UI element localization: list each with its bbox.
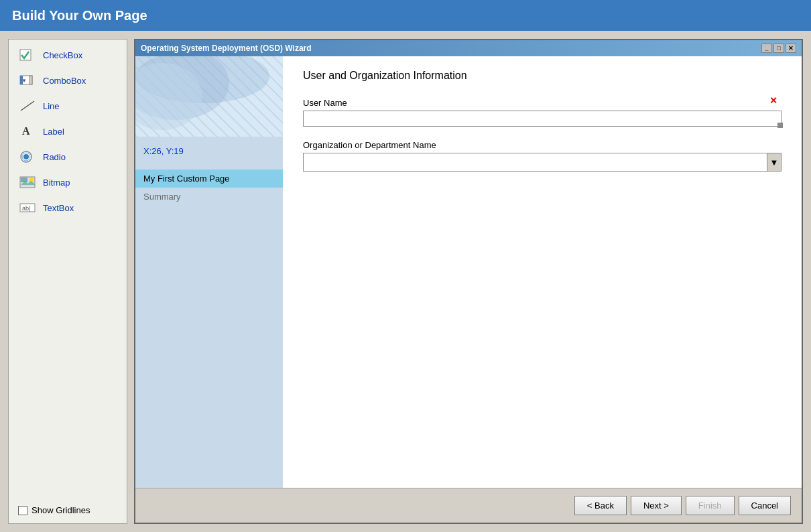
checkbox-icon [19,48,38,62]
tool-bitmap[interactable]: Bitmap [13,171,123,194]
user-name-group: User Name ✕ [303,98,782,127]
wizard-body: X:26, Y:19 My First Custom Page Summary … [135,56,802,488]
wizard-banner: X:26, Y:19 My First Custom Page Summary [135,56,283,488]
wizard-content: User and Organization Information User N… [283,56,802,488]
wizard-footer: < Back Next > Finish Cancel [135,488,802,523]
wizard-nav: My First Custom Page Summary [135,170,283,206]
tool-bitmap-label: Bitmap [43,178,70,188]
user-name-label: User Name [303,98,782,108]
wizard-titlebar: Operating System Deployment (OSD) Wizard… [135,40,802,56]
svg-point-13 [29,178,34,182]
tool-checkbox[interactable]: CheckBox [13,44,123,66]
org-name-select-wrapper: ▼ [303,153,782,172]
show-gridlines-checkbox[interactable] [18,506,27,515]
svg-rect-4 [20,76,23,84]
svg-point-8 [23,154,29,159]
radio-icon [19,149,38,164]
nav-item-custom-page[interactable]: My First Custom Page [135,170,283,188]
toolbox-panel: CheckBox ▼ ComboBox Line [8,39,127,524]
close-button[interactable]: ✕ [786,44,796,53]
minimize-button[interactable]: _ [761,44,772,53]
main-area: CheckBox ▼ ComboBox Line [0,31,811,532]
finish-button[interactable]: Finish [686,496,735,515]
app-title: Build Your Own Page [12,8,147,23]
svg-line-5 [21,101,34,111]
bitmap-icon [19,175,38,190]
titlebar-controls: _ □ ✕ [761,44,796,53]
tool-line[interactable]: Line [13,94,123,117]
cancel-button[interactable]: Cancel [739,496,791,515]
user-name-input[interactable] [303,111,782,127]
svg-rect-2 [29,76,32,84]
org-name-label: Organization or Department Name [303,140,782,150]
tool-textbox[interactable]: ab| TextBox [13,196,123,219]
back-button[interactable]: < Back [574,496,627,515]
svg-rect-11 [21,178,27,182]
line-icon [19,98,38,113]
required-marker: ✕ [769,95,777,106]
show-gridlines-row: Show Gridlines [13,501,123,519]
resize-handle[interactable] [777,123,783,128]
svg-text:ab|: ab| [22,205,30,212]
wizard-coords: X:26, Y:19 [135,143,283,159]
textbox-icon: ab| [19,200,38,215]
maximize-button[interactable]: □ [773,44,784,53]
tool-label-label: Label [43,127,64,137]
banner-pattern [135,56,283,137]
label-icon: A [19,124,38,139]
svg-text:A: A [22,125,30,137]
org-name-group: Organization or Department Name ▼ [303,140,782,172]
combobox-icon: ▼ [19,73,38,88]
tool-checkbox-label: CheckBox [43,50,82,60]
wizard-window: Operating System Deployment (OSD) Wizard… [134,39,803,524]
section-title: User and Organization Information [303,70,782,82]
user-name-input-container [303,111,782,127]
tool-combobox[interactable]: ▼ ComboBox [13,69,123,92]
tool-radio[interactable]: Radio [13,145,123,168]
org-name-select[interactable] [303,153,782,172]
show-gridlines-label: Show Gridlines [32,505,90,515]
app-header: Build Your Own Page [0,0,811,31]
tool-combobox-label: ComboBox [43,76,86,86]
wizard-title: Operating System Deployment (OSD) Wizard [141,44,312,53]
tool-line-label: Line [43,101,60,111]
tool-radio-label: Radio [43,152,66,162]
nav-item-summary[interactable]: Summary [135,188,283,206]
next-button[interactable]: Next > [631,496,682,515]
tool-textbox-label: TextBox [43,203,74,213]
tool-label[interactable]: A Label [13,120,123,143]
